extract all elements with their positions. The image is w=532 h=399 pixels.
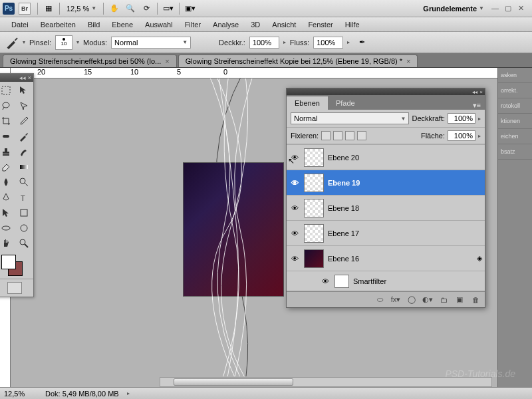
blend-mode-dropdown[interactable]: Normal▼ [111, 37, 191, 49]
dodge-tool-icon[interactable] [15, 175, 33, 190]
dock-paragraph[interactable]: bsatz [498, 144, 532, 160]
close-icon[interactable]: ✕ [518, 4, 527, 13]
layer-fx-icon[interactable]: fx▾ [390, 295, 401, 305]
layer-row[interactable]: Ebene 18 [287, 196, 485, 221]
close-icon[interactable]: × [165, 57, 169, 65]
menu-analyse[interactable]: Analyse [207, 21, 245, 29]
layer-thumbnail[interactable] [304, 199, 324, 217]
opacity-input[interactable] [249, 37, 279, 49]
zoom-tool-icon[interactable] [15, 236, 33, 251]
menu-ansicht[interactable]: Ansicht [266, 21, 302, 29]
visibility-toggle-icon[interactable] [289, 253, 300, 264]
status-flyout-icon[interactable]: ▸ [127, 390, 130, 396]
menu-3d[interactable]: 3D [245, 21, 266, 29]
launch-button[interactable]: ▦ [41, 2, 56, 15]
layer-thumbnail[interactable] [304, 249, 324, 268]
visibility-toggle-icon[interactable] [289, 203, 300, 213]
lock-transparency-icon[interactable] [321, 131, 331, 140]
quick-select-tool-icon[interactable] [15, 98, 33, 113]
visibility-toggle-icon[interactable] [320, 276, 331, 287]
opacity-flyout-icon[interactable]: ▸ [283, 39, 286, 45]
path-select-tool-icon[interactable] [0, 205, 15, 220]
photoshop-icon[interactable]: Ps [3, 3, 15, 15]
layer-blend-mode-dropdown[interactable]: Normal▼ [291, 112, 409, 124]
hand-tool-icon[interactable] [0, 236, 15, 251]
minimize-icon[interactable]: — [491, 4, 501, 13]
rotate-view-icon[interactable]: ⟳ [139, 2, 154, 15]
menu-hilfe[interactable]: Hilfe [339, 21, 366, 29]
hand-tool-icon[interactable]: ✋ [107, 2, 122, 15]
dock-actions[interactable]: ktionen [498, 114, 532, 129]
visibility-toggle-icon[interactable] [289, 228, 300, 239]
dock-masks[interactable]: asken [498, 68, 532, 83]
panel-menu-icon[interactable]: ▾≡ [469, 101, 485, 110]
arrange-docs-icon[interactable]: ▭▾ [161, 2, 176, 15]
layer-row[interactable]: Ebene 16 ◈ [287, 246, 485, 271]
bridge-icon[interactable]: Br [19, 3, 31, 15]
menu-bild[interactable]: Bild [82, 21, 106, 29]
lock-position-icon[interactable] [345, 131, 354, 140]
close-icon[interactable]: × [406, 57, 410, 65]
layer-thumbnail[interactable] [304, 174, 324, 192]
airbrush-icon[interactable]: ✒ [354, 36, 369, 49]
status-zoom[interactable]: 12,5% [4, 390, 37, 398]
link-layers-icon[interactable]: ⬭ [374, 295, 385, 305]
marquee-tool-icon[interactable] [0, 83, 15, 98]
horizontal-scrollbar[interactable] [160, 377, 492, 387]
layer-list[interactable]: ↖ Ebene 20 Ebene 19 Ebene 18 Ebene 17 [287, 144, 485, 291]
brush-preview[interactable]: 10 [55, 35, 72, 50]
close-icon[interactable]: × [479, 89, 483, 95]
chevron-down-icon[interactable]: ▾ [76, 39, 79, 45]
3d-orbit-tool-icon[interactable] [15, 221, 33, 235]
scrollbar-thumb[interactable] [174, 378, 293, 386]
document-canvas[interactable] [184, 163, 283, 296]
crop-tool-icon[interactable] [0, 114, 15, 128]
pen-tool-icon[interactable] [0, 190, 15, 205]
new-group-icon[interactable]: 🗀 [438, 295, 449, 305]
panel-drag-header[interactable]: ◂◂× [287, 88, 485, 95]
gradient-tool-icon[interactable] [15, 160, 33, 174]
history-brush-tool-icon[interactable] [15, 144, 33, 159]
menu-fenster[interactable]: Fenster [302, 21, 338, 29]
flow-flyout-icon[interactable]: ▸ [347, 39, 350, 45]
close-icon[interactable]: × [28, 74, 31, 81]
brush-tool-icon[interactable] [15, 129, 33, 144]
filter-mask-thumbnail[interactable] [334, 275, 349, 288]
flyout-icon[interactable]: ▸ [478, 116, 481, 122]
menu-filter[interactable]: Filter [179, 21, 207, 29]
lasso-tool-icon[interactable] [0, 98, 15, 113]
smartfilter-row[interactable]: Smartfilter [287, 271, 485, 291]
add-mask-icon[interactable]: ◯ [406, 295, 417, 305]
document-tab[interactable]: Glowing Streifenscheineffekt.psd bei 50%… [3, 55, 177, 67]
3d-rotate-tool-icon[interactable] [0, 221, 15, 235]
adjustment-layer-icon[interactable]: ◐▾ [422, 295, 433, 305]
layer-thumbnail[interactable] [304, 224, 324, 243]
menu-ebene[interactable]: Ebene [106, 21, 139, 29]
shape-tool-icon[interactable] [15, 205, 33, 220]
layer-row-selected[interactable]: Ebene 19 [287, 170, 485, 196]
move-tool-icon[interactable] [15, 83, 33, 98]
layer-row[interactable]: Ebene 17 [287, 221, 485, 246]
healing-tool-icon[interactable] [0, 129, 15, 144]
brush-tool-icon[interactable] [5, 36, 19, 49]
fill-input[interactable] [448, 130, 475, 141]
new-layer-icon[interactable]: ▣ [454, 295, 465, 305]
document-tab-active[interactable]: Glowing Streifenscheineffekt Kopie bei 1… [178, 55, 418, 67]
horizontal-ruler[interactable]: 20151050 [11, 68, 532, 78]
toolbox-header[interactable]: ◂◂× [0, 74, 33, 82]
delete-layer-icon[interactable]: 🗑 [470, 295, 481, 305]
menu-auswahl[interactable]: Auswahl [139, 21, 179, 29]
tool-preset-chevron-icon[interactable]: ▾ [23, 39, 25, 45]
status-doc-info[interactable]: Dok: 5,49 MB/8,00 MB [45, 390, 119, 398]
eraser-tool-icon[interactable] [0, 160, 15, 174]
zoom-tool-icon[interactable]: 🔍 [123, 2, 138, 15]
flyout-icon[interactable]: ▸ [478, 133, 481, 139]
flow-input[interactable] [313, 37, 343, 49]
blur-tool-icon[interactable] [0, 175, 15, 190]
foreground-color-swatch[interactable] [1, 255, 16, 269]
eyedropper-tool-icon[interactable] [15, 114, 33, 128]
menu-bearbeiten[interactable]: Bearbeiten [35, 21, 82, 29]
layer-row[interactable]: ↖ Ebene 20 [287, 145, 485, 170]
maximize-icon[interactable]: ▢ [505, 4, 514, 13]
menu-datei[interactable]: Datei [5, 21, 35, 29]
